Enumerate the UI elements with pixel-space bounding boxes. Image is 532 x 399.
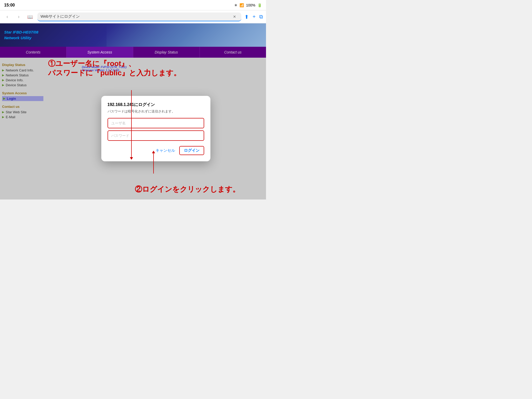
site-sidebar: Display Status ▶ Network Card Info. ▶ Ne…: [0, 58, 45, 200]
sidebar-device-info[interactable]: ▶ Device Info.: [2, 78, 43, 83]
arrow-icon: ▶: [2, 115, 4, 119]
nav-bar: ‹ › 📖 Webサイトにログイン ✕ ⬆ + ⧉: [0, 10, 266, 23]
login-dialog: 192.168.1.241にログイン パスワードは暗号化されずに送信されます。 …: [101, 96, 210, 161]
sidebar-system-access-title: System Access: [2, 91, 43, 95]
arrow-line-2: [153, 153, 154, 174]
site-logo: Star IFBD-HE07/08 Network Utility: [4, 29, 38, 41]
nav-actions: ⬆ + ⧉: [244, 14, 263, 20]
sidebar-network-card-info[interactable]: ▶ Network Card Info.: [2, 68, 43, 73]
sidebar-email[interactable]: ▶ E-Mail: [2, 115, 43, 119]
password-input[interactable]: [108, 130, 204, 141]
status-right: ✳ 📶 100% 🔋: [234, 3, 262, 7]
tabs-button[interactable]: ⧉: [259, 14, 263, 20]
username-input[interactable]: [108, 118, 204, 128]
address-close-button[interactable]: ✕: [231, 13, 238, 20]
sidebar-display-status-title: Display Status: [2, 63, 43, 67]
arrow-icon: ▶: [2, 110, 4, 114]
sun-icon: ✳: [234, 3, 237, 7]
dialog-overlay: 192.168.1.241にログイン パスワードは暗号化されずに送信されます。 …: [45, 58, 266, 200]
wifi-icon: 📶: [240, 3, 244, 7]
site-nav: Contents System Access Display Status Co…: [0, 47, 266, 58]
bookmark-button[interactable]: 📖: [26, 13, 34, 21]
address-text: Webサイトにログイン: [41, 14, 80, 19]
address-bar[interactable]: Webサイトにログイン ✕: [37, 12, 241, 21]
sidebar-star-web-site[interactable]: ▶ Star Web Site: [2, 110, 43, 115]
header-bg: [107, 23, 266, 47]
login-button[interactable]: ログイン: [179, 146, 204, 155]
arrow-icon: ▶: [2, 78, 4, 82]
sidebar-device-status[interactable]: ▶ Device Status: [2, 83, 43, 88]
battery-icon: 🔋: [257, 3, 262, 7]
battery-percent: 100%: [246, 3, 255, 7]
dialog-actions: キャンセル ログイン: [108, 146, 204, 155]
site-main: Device Model: FVP10 (STR_T-001) Firmware…: [45, 58, 266, 200]
arrow-icon: ▶: [2, 74, 4, 77]
sidebar-login[interactable]: ▶ Login: [2, 96, 43, 101]
status-time: 15:00: [4, 3, 15, 8]
nav-system-access[interactable]: System Access: [66, 47, 133, 58]
sidebar-network-status[interactable]: ▶ Network Status: [2, 73, 43, 78]
forward-button[interactable]: ›: [15, 13, 23, 21]
main-content: Star IFBD-HE07/08 Network Utility Conten…: [0, 23, 266, 200]
site-header: Star IFBD-HE07/08 Network Utility: [0, 23, 266, 47]
website: Star IFBD-HE07/08 Network Utility Conten…: [0, 23, 266, 200]
arrow-icon: ▶: [2, 69, 4, 72]
nav-display-status[interactable]: Display Status: [133, 47, 200, 58]
add-tab-button[interactable]: +: [252, 14, 256, 20]
arrow-line-1: [131, 90, 132, 158]
nav-contents[interactable]: Contents: [0, 47, 66, 58]
arrow-icon: ▶: [3, 97, 5, 100]
share-button[interactable]: ⬆: [244, 14, 249, 20]
sidebar-contact-us-title: Contact us: [2, 105, 43, 109]
arrow-icon: ▶: [2, 83, 4, 87]
cancel-button[interactable]: キャンセル: [156, 148, 175, 153]
dialog-subtitle: パスワードは暗号化されずに送信されます。: [108, 109, 204, 114]
site-body: Display Status ▶ Network Card Info. ▶ Ne…: [0, 58, 266, 200]
back-button[interactable]: ‹: [3, 13, 11, 21]
status-bar: 15:00 ✳ 📶 100% 🔋: [0, 0, 266, 10]
nav-contact-us[interactable]: Contact us: [200, 47, 266, 58]
dialog-title: 192.168.1.241にログイン: [108, 102, 204, 108]
